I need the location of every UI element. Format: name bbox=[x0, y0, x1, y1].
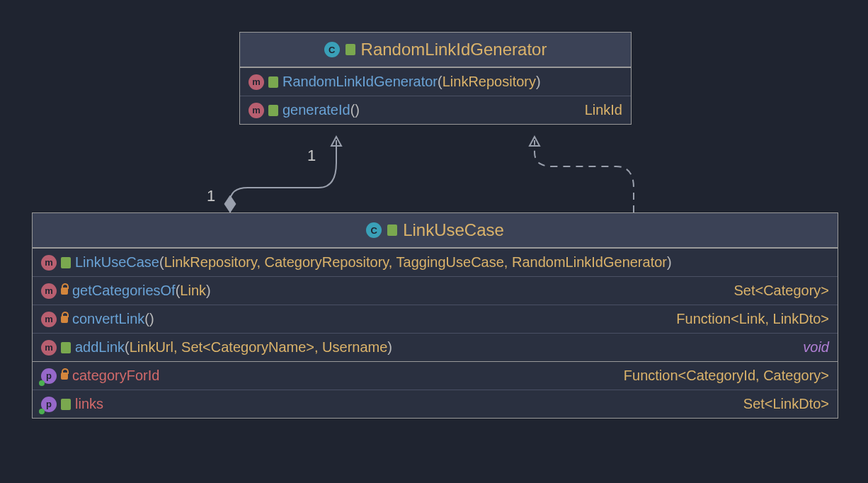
arrowhead-icon bbox=[530, 137, 539, 146]
method-icon: m bbox=[41, 283, 57, 299]
paren-close: ) bbox=[355, 102, 360, 118]
paren-close: ) bbox=[536, 74, 541, 89]
param-types: LinkRepository bbox=[442, 74, 536, 89]
method-icon: m bbox=[41, 255, 57, 271]
class-icon: C bbox=[324, 42, 340, 57]
property-row: p categoryForId Function<CategoryId, Cat… bbox=[33, 362, 838, 390]
paren-open: ( bbox=[438, 74, 442, 89]
property-row: p links Set<LinkDto> bbox=[33, 390, 838, 418]
methods-section: m LinkUseCase(LinkRepository, CategoryRe… bbox=[33, 248, 838, 361]
dependency-connector bbox=[535, 140, 634, 212]
paren-open: ( bbox=[159, 254, 164, 270]
class-random-link-id-generator: C RandomLinkIdGenerator m RandomLinkIdGe… bbox=[239, 32, 632, 125]
property-name: categoryForId bbox=[72, 368, 159, 384]
return-type: Set<LinkDto> bbox=[743, 396, 829, 412]
property-name: links bbox=[75, 396, 103, 412]
class-name: LinkUseCase bbox=[403, 220, 504, 240]
return-type: Set<Category> bbox=[733, 283, 829, 299]
method-name: generateId bbox=[282, 102, 350, 118]
param-types: Link bbox=[180, 283, 206, 298]
method-name: convertLink bbox=[72, 311, 144, 326]
class-name: RandomLinkIdGenerator bbox=[361, 40, 547, 59]
private-icon bbox=[61, 316, 68, 323]
public-icon bbox=[61, 399, 71, 410]
class-icon: C bbox=[366, 222, 382, 238]
public-icon bbox=[346, 44, 355, 55]
public-icon bbox=[387, 225, 397, 236]
return-type: Function<CategoryId, Category> bbox=[624, 368, 829, 384]
property-icon: p bbox=[41, 397, 57, 412]
private-icon bbox=[61, 288, 68, 295]
member-row: m convertLink() Function<Link, LinkDto> bbox=[33, 305, 838, 333]
method-name: getCategoriesOf bbox=[72, 283, 176, 298]
method-icon: m bbox=[41, 312, 57, 327]
public-icon bbox=[61, 342, 71, 353]
method-icon: m bbox=[249, 74, 264, 90]
return-type: void bbox=[803, 339, 829, 356]
composition-diamond-icon bbox=[224, 195, 236, 212]
members-section: m RandomLinkIdGenerator(LinkRepository) … bbox=[240, 67, 631, 124]
member-row: m generateId() LinkId bbox=[240, 96, 631, 124]
private-icon bbox=[61, 373, 68, 380]
class-link-use-case: C LinkUseCase m LinkUseCase(LinkReposito… bbox=[32, 212, 838, 419]
paren-close: ) bbox=[149, 311, 154, 326]
member-row: m addLink(LinkUrl, Set<CategoryName>, Us… bbox=[33, 333, 838, 361]
class-title-row: C RandomLinkIdGenerator bbox=[240, 33, 631, 67]
param-types: LinkRepository, CategoryRepository, Tagg… bbox=[164, 254, 667, 270]
member-row: m LinkUseCase(LinkRepository, CategoryRe… bbox=[33, 249, 838, 276]
class-title-row: C LinkUseCase bbox=[33, 213, 838, 248]
return-type: LinkId bbox=[585, 102, 622, 118]
return-type: Function<Link, LinkDto> bbox=[676, 311, 829, 327]
member-row: m getCategoriesOf(Link) Set<Category> bbox=[33, 276, 838, 305]
public-icon bbox=[268, 105, 278, 116]
paren-open: ( bbox=[125, 339, 130, 355]
paren-close: ) bbox=[667, 254, 672, 270]
method-name: addLink bbox=[75, 339, 125, 355]
properties-section: p categoryForId Function<CategoryId, Cat… bbox=[33, 361, 838, 418]
method-name: LinkUseCase bbox=[75, 254, 159, 270]
paren-close: ) bbox=[387, 339, 392, 355]
member-row: m RandomLinkIdGenerator(LinkRepository) bbox=[240, 68, 631, 96]
method-icon: m bbox=[41, 340, 57, 356]
paren-close: ) bbox=[206, 283, 211, 298]
arrowhead-icon bbox=[331, 137, 341, 146]
paren-open: ( bbox=[144, 311, 149, 326]
property-icon: p bbox=[41, 368, 57, 384]
public-icon bbox=[61, 257, 71, 268]
public-icon bbox=[268, 76, 278, 88]
method-name: RandomLinkIdGenerator bbox=[282, 74, 438, 89]
multiplicity-label: 1 bbox=[207, 187, 215, 205]
param-types: LinkUrl, Set<CategoryName>, Username bbox=[130, 339, 388, 355]
composition-connector bbox=[230, 140, 336, 212]
multiplicity-label: 1 bbox=[307, 147, 316, 165]
method-icon: m bbox=[249, 103, 264, 118]
